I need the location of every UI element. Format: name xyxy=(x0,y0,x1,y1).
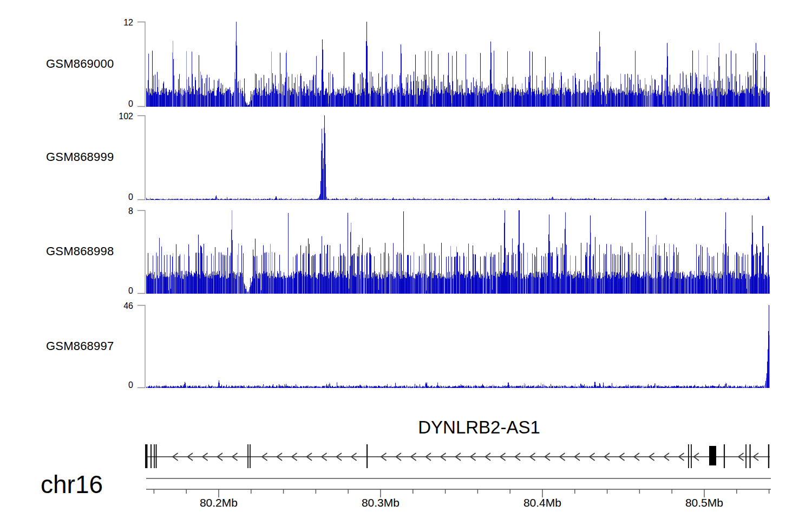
chromosome-label: chr16 xyxy=(41,470,103,499)
gene-model-track xyxy=(135,413,812,474)
coverage-track-gsm868998 xyxy=(135,208,812,297)
track-label-gsm869000: GSM869000 xyxy=(46,57,141,71)
coverage-signal xyxy=(148,349,768,388)
exon-bar xyxy=(247,444,248,468)
track-label-gsm868998: GSM868998 xyxy=(46,244,141,258)
exon-bar xyxy=(691,444,692,468)
exon-bar xyxy=(688,444,689,468)
y-axis xyxy=(137,211,145,294)
coverage-track-gsm868997 xyxy=(135,303,812,391)
yaxis-zero-track3: 0 xyxy=(80,286,133,296)
coverage-track-gsm868999 xyxy=(135,113,812,203)
coverage-signal xyxy=(148,128,762,200)
y-axis xyxy=(137,306,145,388)
yaxis-max-track4: 46 xyxy=(80,301,133,311)
coverage-signal xyxy=(147,210,769,294)
genome-browser-view: GSM869000 GSM868999 GSM868998 GSM868997 … xyxy=(0,0,812,531)
coverage-signal xyxy=(150,129,769,200)
exon-bar xyxy=(156,444,157,468)
y-axis xyxy=(137,116,145,200)
exon-bar xyxy=(154,444,155,468)
yaxis-zero-track2: 0 xyxy=(80,192,133,202)
track-label-gsm868997: GSM868997 xyxy=(46,339,141,353)
track-label-gsm868999: GSM868999 xyxy=(46,150,141,164)
yaxis-max-track2: 102 xyxy=(80,112,133,121)
exon-bar xyxy=(145,444,148,468)
exon-bar xyxy=(750,444,751,468)
exon-bar xyxy=(250,444,251,468)
exon-bar xyxy=(745,444,746,468)
coverage-signal xyxy=(147,115,770,200)
exon-bar xyxy=(724,444,725,468)
coverage-signal xyxy=(147,335,770,388)
exon-bar xyxy=(768,444,769,468)
yaxis-max-track1: 12 xyxy=(80,18,133,28)
coverage-track-gsm869000 xyxy=(135,20,812,110)
axis-tick-label: 80.5Mb xyxy=(669,496,739,509)
yaxis-max-track3: 8 xyxy=(80,206,133,216)
exon-bar xyxy=(366,444,368,468)
yaxis-zero-track1: 0 xyxy=(80,99,133,109)
coverage-signal xyxy=(147,305,769,388)
exon-box xyxy=(709,446,716,465)
axis-tick-label: 80.2Mb xyxy=(184,496,254,509)
exon-bar xyxy=(150,444,152,468)
y-axis xyxy=(137,22,145,107)
axis-tick-label: 80.4Mb xyxy=(507,496,578,509)
yaxis-zero-track4: 0 xyxy=(80,380,133,390)
axis-tick-label: 80.3Mb xyxy=(345,496,416,509)
